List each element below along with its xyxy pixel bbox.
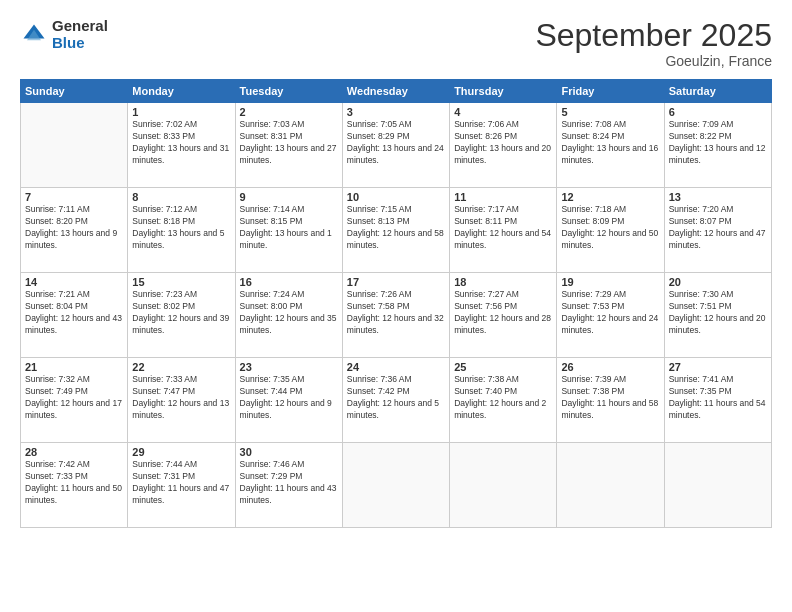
col-saturday: Saturday: [664, 80, 771, 103]
day-info: Sunrise: 7:41 AMSunset: 7:35 PMDaylight:…: [669, 374, 767, 422]
day-info: Sunrise: 7:24 AMSunset: 8:00 PMDaylight:…: [240, 289, 338, 337]
table-row: 9Sunrise: 7:14 AMSunset: 8:15 PMDaylight…: [235, 188, 342, 273]
table-row: 10Sunrise: 7:15 AMSunset: 8:13 PMDayligh…: [342, 188, 449, 273]
logo: General Blue: [20, 18, 108, 51]
day-info: Sunrise: 7:38 AMSunset: 7:40 PMDaylight:…: [454, 374, 552, 422]
day-info: Sunrise: 7:08 AMSunset: 8:24 PMDaylight:…: [561, 119, 659, 167]
table-row: 8Sunrise: 7:12 AMSunset: 8:18 PMDaylight…: [128, 188, 235, 273]
logo-text: General Blue: [52, 18, 108, 51]
table-row: [342, 443, 449, 528]
table-row: [21, 103, 128, 188]
day-info: Sunrise: 7:11 AMSunset: 8:20 PMDaylight:…: [25, 204, 123, 252]
table-row: 28Sunrise: 7:42 AMSunset: 7:33 PMDayligh…: [21, 443, 128, 528]
table-row: 27Sunrise: 7:41 AMSunset: 7:35 PMDayligh…: [664, 358, 771, 443]
day-info: Sunrise: 7:42 AMSunset: 7:33 PMDaylight:…: [25, 459, 123, 507]
day-info: Sunrise: 7:12 AMSunset: 8:18 PMDaylight:…: [132, 204, 230, 252]
calendar-week-row: 28Sunrise: 7:42 AMSunset: 7:33 PMDayligh…: [21, 443, 772, 528]
day-number: 11: [454, 191, 552, 203]
table-row: [450, 443, 557, 528]
calendar-table: Sunday Monday Tuesday Wednesday Thursday…: [20, 79, 772, 528]
table-row: 17Sunrise: 7:26 AMSunset: 7:58 PMDayligh…: [342, 273, 449, 358]
table-row: 30Sunrise: 7:46 AMSunset: 7:29 PMDayligh…: [235, 443, 342, 528]
day-number: 25: [454, 361, 552, 373]
col-friday: Friday: [557, 80, 664, 103]
table-row: [557, 443, 664, 528]
day-number: 4: [454, 106, 552, 118]
day-number: 12: [561, 191, 659, 203]
day-number: 9: [240, 191, 338, 203]
day-number: 7: [25, 191, 123, 203]
day-number: 16: [240, 276, 338, 288]
day-number: 6: [669, 106, 767, 118]
calendar-week-row: 7Sunrise: 7:11 AMSunset: 8:20 PMDaylight…: [21, 188, 772, 273]
day-info: Sunrise: 7:03 AMSunset: 8:31 PMDaylight:…: [240, 119, 338, 167]
col-sunday: Sunday: [21, 80, 128, 103]
page: General Blue September 2025 Goeulzin, Fr…: [0, 0, 792, 612]
table-row: 14Sunrise: 7:21 AMSunset: 8:04 PMDayligh…: [21, 273, 128, 358]
table-row: [664, 443, 771, 528]
day-number: 17: [347, 276, 445, 288]
day-info: Sunrise: 7:29 AMSunset: 7:53 PMDaylight:…: [561, 289, 659, 337]
day-info: Sunrise: 7:36 AMSunset: 7:42 PMDaylight:…: [347, 374, 445, 422]
logo-blue-text: Blue: [52, 35, 108, 52]
day-info: Sunrise: 7:21 AMSunset: 8:04 PMDaylight:…: [25, 289, 123, 337]
table-row: 13Sunrise: 7:20 AMSunset: 8:07 PMDayligh…: [664, 188, 771, 273]
table-row: 1Sunrise: 7:02 AMSunset: 8:33 PMDaylight…: [128, 103, 235, 188]
title-block: September 2025 Goeulzin, France: [535, 18, 772, 69]
calendar-week-row: 21Sunrise: 7:32 AMSunset: 7:49 PMDayligh…: [21, 358, 772, 443]
table-row: 26Sunrise: 7:39 AMSunset: 7:38 PMDayligh…: [557, 358, 664, 443]
calendar-header-row: Sunday Monday Tuesday Wednesday Thursday…: [21, 80, 772, 103]
day-number: 30: [240, 446, 338, 458]
day-number: 20: [669, 276, 767, 288]
day-info: Sunrise: 7:33 AMSunset: 7:47 PMDaylight:…: [132, 374, 230, 422]
col-wednesday: Wednesday: [342, 80, 449, 103]
day-info: Sunrise: 7:44 AMSunset: 7:31 PMDaylight:…: [132, 459, 230, 507]
header: General Blue September 2025 Goeulzin, Fr…: [20, 18, 772, 69]
day-number: 28: [25, 446, 123, 458]
day-info: Sunrise: 7:23 AMSunset: 8:02 PMDaylight:…: [132, 289, 230, 337]
day-number: 22: [132, 361, 230, 373]
day-number: 1: [132, 106, 230, 118]
day-info: Sunrise: 7:18 AMSunset: 8:09 PMDaylight:…: [561, 204, 659, 252]
day-number: 26: [561, 361, 659, 373]
day-number: 19: [561, 276, 659, 288]
table-row: 11Sunrise: 7:17 AMSunset: 8:11 PMDayligh…: [450, 188, 557, 273]
day-number: 14: [25, 276, 123, 288]
table-row: 6Sunrise: 7:09 AMSunset: 8:22 PMDaylight…: [664, 103, 771, 188]
table-row: 15Sunrise: 7:23 AMSunset: 8:02 PMDayligh…: [128, 273, 235, 358]
logo-icon: [20, 21, 48, 49]
table-row: 24Sunrise: 7:36 AMSunset: 7:42 PMDayligh…: [342, 358, 449, 443]
col-thursday: Thursday: [450, 80, 557, 103]
table-row: 19Sunrise: 7:29 AMSunset: 7:53 PMDayligh…: [557, 273, 664, 358]
logo-general-text: General: [52, 18, 108, 35]
day-number: 29: [132, 446, 230, 458]
table-row: 29Sunrise: 7:44 AMSunset: 7:31 PMDayligh…: [128, 443, 235, 528]
calendar-week-row: 1Sunrise: 7:02 AMSunset: 8:33 PMDaylight…: [21, 103, 772, 188]
table-row: 23Sunrise: 7:35 AMSunset: 7:44 PMDayligh…: [235, 358, 342, 443]
day-info: Sunrise: 7:14 AMSunset: 8:15 PMDaylight:…: [240, 204, 338, 252]
day-info: Sunrise: 7:05 AMSunset: 8:29 PMDaylight:…: [347, 119, 445, 167]
table-row: 22Sunrise: 7:33 AMSunset: 7:47 PMDayligh…: [128, 358, 235, 443]
day-number: 24: [347, 361, 445, 373]
day-number: 10: [347, 191, 445, 203]
day-info: Sunrise: 7:06 AMSunset: 8:26 PMDaylight:…: [454, 119, 552, 167]
table-row: 2Sunrise: 7:03 AMSunset: 8:31 PMDaylight…: [235, 103, 342, 188]
day-info: Sunrise: 7:02 AMSunset: 8:33 PMDaylight:…: [132, 119, 230, 167]
table-row: 7Sunrise: 7:11 AMSunset: 8:20 PMDaylight…: [21, 188, 128, 273]
table-row: 25Sunrise: 7:38 AMSunset: 7:40 PMDayligh…: [450, 358, 557, 443]
col-monday: Monday: [128, 80, 235, 103]
table-row: 18Sunrise: 7:27 AMSunset: 7:56 PMDayligh…: [450, 273, 557, 358]
day-info: Sunrise: 7:09 AMSunset: 8:22 PMDaylight:…: [669, 119, 767, 167]
day-number: 8: [132, 191, 230, 203]
day-info: Sunrise: 7:20 AMSunset: 8:07 PMDaylight:…: [669, 204, 767, 252]
calendar-week-row: 14Sunrise: 7:21 AMSunset: 8:04 PMDayligh…: [21, 273, 772, 358]
day-number: 15: [132, 276, 230, 288]
day-number: 3: [347, 106, 445, 118]
location-subtitle: Goeulzin, France: [535, 53, 772, 69]
day-number: 23: [240, 361, 338, 373]
table-row: 16Sunrise: 7:24 AMSunset: 8:00 PMDayligh…: [235, 273, 342, 358]
day-info: Sunrise: 7:30 AMSunset: 7:51 PMDaylight:…: [669, 289, 767, 337]
day-info: Sunrise: 7:32 AMSunset: 7:49 PMDaylight:…: [25, 374, 123, 422]
day-number: 21: [25, 361, 123, 373]
day-info: Sunrise: 7:39 AMSunset: 7:38 PMDaylight:…: [561, 374, 659, 422]
